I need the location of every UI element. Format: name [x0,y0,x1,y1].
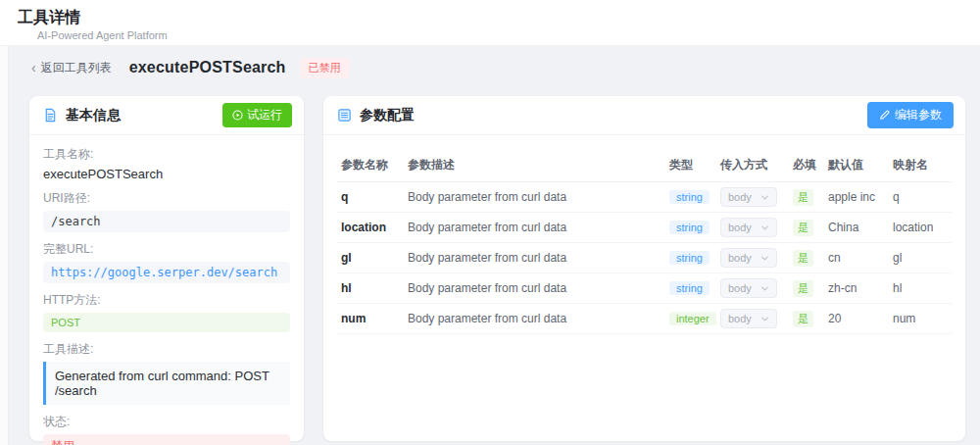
param-type: integer [665,304,716,334]
field-value-code: /search [43,211,290,232]
param-mapping: gl [889,243,952,273]
param-table-body: qBody parameter from curl datastringbody… [337,182,952,334]
tool-name-heading: executePOSTSearch [129,59,286,76]
edit-params-button[interactable]: 编辑参数 [867,102,954,128]
field-label: 工具描述: [43,341,290,358]
basic-info-fields: 工具名称:executePOSTSearchURI路径:/search完整URL… [29,135,304,445]
column-header: 映射名 [889,151,952,182]
pencil-icon [879,110,890,121]
required-badge: 是 [793,280,813,297]
field-value-plain: executePOSTSearch [43,167,290,181]
basic-info-field: 状态:禁用 [43,414,290,445]
param-name: num [337,304,404,334]
type-badge: string [669,190,710,204]
pass-method-select[interactable]: body [720,248,777,268]
column-header: 默认值 [824,151,889,182]
param-row-hl: hlBody parameter from curl datastringbod… [337,273,952,304]
basic-info-field: 工具名称:executePOSTSearch [43,146,290,181]
disabled-status-badge: 已禁用 [300,58,350,78]
param-method: body [716,273,789,304]
param-table: 参数名称参数描述类型传入方式必填默认值映射名 qBody parameter f… [337,151,952,334]
param-description: Body parameter from curl data [404,273,665,304]
param-table-header-row: 参数名称参数描述类型传入方式必填默认值映射名 [337,151,952,182]
pass-method-select[interactable]: body [720,218,777,237]
field-label: URI路径: [43,190,290,207]
param-config-card: 参数配置 编辑参数 参数名称参数描述类型传入方式必填默认值映射名 qBody p… [323,96,965,441]
pass-method-select[interactable]: body [720,187,777,207]
page-title: 工具详情 [18,8,80,28]
param-name: gl [337,243,404,273]
left-rail [0,46,9,445]
test-run-label: 试运行 [247,107,282,124]
param-description: Body parameter from curl data [404,182,665,213]
field-label: 完整URL: [43,241,290,258]
field-value-method: POST [43,313,290,332]
pass-method-select[interactable]: body [720,278,777,298]
field-label: 状态: [43,414,290,430]
param-required: 是 [789,182,824,213]
param-name: q [337,182,404,213]
list-icon [337,108,352,123]
field-value-quote: Generated from curl command: POST /searc… [43,362,290,405]
basic-info-field: URI路径:/search [43,190,290,232]
param-name: location [337,213,404,243]
chevron-down-icon [760,284,769,293]
back-link-label: 返回工具列表 [41,60,112,76]
test-run-button[interactable]: 试运行 [222,103,292,127]
param-required: 是 [789,243,824,273]
param-description: Body parameter from curl data [404,304,665,334]
param-required: 是 [789,273,824,304]
param-default: 20 [824,304,889,334]
field-label: HTTP方法: [43,292,290,309]
param-description: Body parameter from curl data [404,243,665,273]
param-description: Body parameter from curl data [404,213,665,243]
param-type: string [665,182,716,213]
edit-params-label: 编辑参数 [895,107,942,124]
required-badge: 是 [793,250,813,267]
column-header: 必填 [789,151,824,182]
param-mapping: hl [889,273,952,304]
chevron-down-icon [760,254,769,263]
param-row-gl: glBody parameter from curl datastringbod… [337,243,952,273]
param-default: apple inc [824,182,889,213]
param-method: body [716,243,789,273]
param-table-wrap: 参数名称参数描述类型传入方式必填默认值映射名 qBody parameter f… [323,135,965,334]
param-row-num: numBody parameter from curl dataintegerb… [337,304,952,334]
param-method: body [716,182,789,213]
field-label: 工具名称: [43,146,290,163]
required-badge: 是 [793,189,813,206]
basic-info-card: 基本信息 试运行 工具名称:executePOSTSearchURI路径:/se… [29,96,304,441]
type-badge: string [669,251,710,265]
column-header: 参数名称 [337,151,404,182]
param-config-title: 参数配置 [360,107,415,124]
basic-info-field: 工具描述:Generated from curl command: POST /… [43,341,290,405]
param-mapping: location [889,213,952,243]
required-badge: 是 [793,311,813,327]
param-default: cn [824,243,889,273]
type-badge: string [669,281,710,295]
tool-detail-page: 工具详情 AI-Powered Agent Platform ‹ 返回工具列表 … [0,0,980,445]
back-to-tool-list-link[interactable]: ‹ 返回工具列表 [31,60,112,76]
chevron-left-icon: ‹ [31,61,36,74]
param-required: 是 [789,213,824,243]
param-method: body [716,304,789,334]
required-badge: 是 [793,220,813,236]
param-mapping: num [889,304,952,334]
play-circle-icon [232,110,243,121]
param-row-q: qBody parameter from curl datastringbody… [337,182,952,213]
breadcrumb: ‹ 返回工具列表 executePOSTSearch 已禁用 [31,55,350,80]
chevron-down-icon [760,315,769,323]
param-method: body [716,213,789,243]
param-mapping: q [889,182,952,213]
basic-info-field: HTTP方法:POST [43,292,290,332]
pass-method-select[interactable]: body [720,309,777,328]
field-value-url: https://google.serper.dev/search [43,262,290,283]
param-type: string [665,243,716,273]
field-value-status: 禁用 [43,434,290,445]
page-subtitle: AI-Powered Agent Platform [37,29,168,41]
param-config-card-header: 参数配置 编辑参数 [323,96,965,135]
param-row-location: locationBody parameter from curl datastr… [337,213,952,243]
document-icon [43,108,58,123]
column-header: 传入方式 [716,151,789,182]
column-header: 类型 [665,151,716,182]
